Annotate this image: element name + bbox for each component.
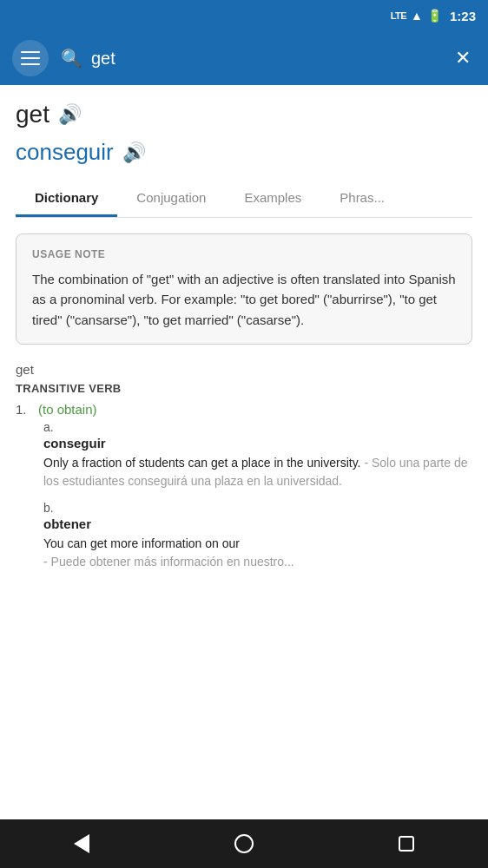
app-bar: 🔍 ✕ [0,31,488,85]
spanish-speaker-icon[interactable]: 🔊 [122,141,146,164]
tab-phrases[interactable]: Phras... [320,178,404,217]
nav-home-button[interactable] [225,825,263,863]
tabs: Dictionary Conjugation Examples Phras... [16,178,472,218]
sense-gloss-1: (to obtain) [38,402,97,417]
nav-back-icon [74,834,89,853]
english-word-row: get 🔊 [16,101,472,128]
close-button[interactable]: ✕ [450,42,476,75]
translation-row: conseguir 🔊 [16,139,472,166]
usage-note-text: The combination of "get" with an adjecti… [32,269,456,330]
bottom-nav [0,819,488,868]
subsense-a: a. conseguir Only a fraction of students… [43,420,472,490]
nav-home-icon [234,834,254,853]
tab-conjugation[interactable]: Conjugation [117,178,225,217]
status-bar: LTE ▲ 🔋 1:23 [0,0,488,31]
menu-button[interactable] [12,40,49,76]
entry-word: get [16,362,472,377]
english-speaker-icon[interactable]: 🔊 [58,103,82,126]
lte-label: LTE [391,10,406,21]
signal-icon: ▲ [411,9,423,23]
content-area: USAGE NOTE The combination of "get" with… [0,218,488,599]
translation-word: conseguir [16,139,114,166]
tab-dictionary[interactable]: Dictionary [16,178,117,217]
sense-number-1: 1. (to obtain) [16,402,472,417]
subsense-label-b: b. [43,501,472,515]
tab-examples[interactable]: Examples [225,178,320,217]
nav-recents-icon [399,836,414,852]
nav-recents-button[interactable] [387,825,425,863]
subsense-word-b: obtener [43,516,472,531]
search-area: 🔍 [61,48,438,69]
search-icon: 🔍 [61,48,82,69]
subsense-b: b. obtener You can get more information … [43,501,472,571]
nav-back-button[interactable] [63,825,101,863]
sense-num-1: 1. [16,402,33,417]
english-word: get [16,101,49,128]
example-en-a: Only a fraction of students can get a pl… [43,454,472,490]
subsense-label-a: a. [43,420,472,434]
usage-note-title: USAGE NOTE [32,248,456,260]
battery-icon: 🔋 [427,9,442,23]
usage-note-box: USAGE NOTE The combination of "get" with… [16,233,472,345]
sense-item-1: 1. (to obtain) a. conseguir Only a fract… [16,402,472,571]
status-icons: LTE ▲ 🔋 1:23 [391,9,476,23]
example-sp-b: - Puede obtener más información en nuest… [43,553,472,571]
pos-label: TRANSITIVE VERB [16,382,472,395]
example-en-b: You can get more information on our [43,535,472,553]
time-label: 1:23 [450,9,476,23]
word-header: get 🔊 conseguir 🔊 Dictionary Conjugation… [0,85,488,218]
search-input[interactable] [91,49,438,69]
subsense-word-a: conseguir [43,436,472,450]
example-sp-a: - Solo una parte de los estudiantes cons… [43,456,467,488]
